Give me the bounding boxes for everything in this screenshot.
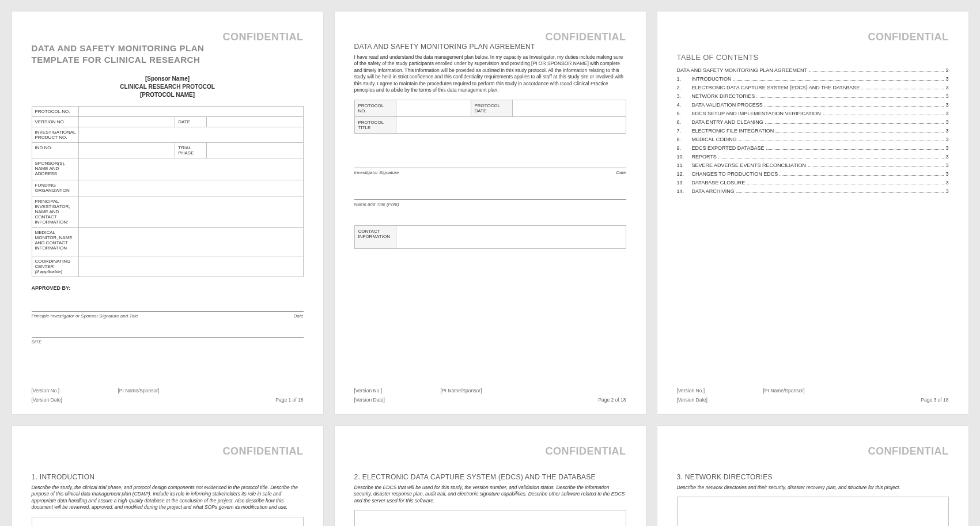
toc-row: 5.EDCS SETUP AND IMPLEMENTATION VERIFICA… xyxy=(677,111,949,116)
toc-row: 11.SEVERE ADVERSE EVENTS RECONCILIATION3 xyxy=(677,162,949,168)
label-contact: CONTACT INFORMATION xyxy=(354,225,396,248)
toc-row: 1.INTRODUCTION3 xyxy=(677,76,949,82)
signature-line-1 xyxy=(32,311,304,312)
toc-row: 7.ELECTRONIC FILE INTEGRATION3 xyxy=(677,128,949,134)
field-medical[interactable] xyxy=(79,228,303,256)
field-contact[interactable] xyxy=(396,225,626,248)
footer-page: Page 1 of 18 xyxy=(275,397,303,403)
confidential-watermark: CONFIDENTIAL xyxy=(223,445,304,457)
page-6: CONFIDENTIAL 3. NETWORK DIRECTORIES Desc… xyxy=(657,426,968,526)
header-block: [Sponsor Name] CLINICAL RESEARCH PROTOCO… xyxy=(32,75,304,98)
label-funding: FUNDING ORGANIZATION xyxy=(32,180,79,196)
document-title: DATA AND SAFETY MONITORING PLAN TEMPLATE… xyxy=(32,43,205,65)
protocol-form-table: PROTOCOL NO. VERSION NO.DATE INVESTIGATI… xyxy=(32,106,304,277)
toc-row: 2.ELECTRONIC DATA CAPTURE SYSTEM (EDCS) … xyxy=(677,85,949,90)
page-footer: [Version No.][PI Name/Sponsor] [Version … xyxy=(354,388,626,403)
label-sponsor: SPONSOR(S), NAME AND ADDRESS xyxy=(32,158,79,180)
toc-title: TABLE OF CONTENTS xyxy=(677,53,949,62)
label-inv-product: INVESTIGATIONAL PRODUCT NO. xyxy=(32,127,79,143)
label-medical: MEDICAL MONITOR, NAME AND CONTACT INFORM… xyxy=(32,228,79,256)
signature-caption-2: SITE xyxy=(32,339,304,345)
confidential-watermark: CONFIDENTIAL xyxy=(868,31,949,43)
label-coord: COORDINATING CENTER(if applicable) xyxy=(32,256,79,277)
label-trial-phase: TRIAL PHASE xyxy=(175,143,207,158)
confidential-watermark: CONFIDENTIAL xyxy=(546,445,626,457)
approved-by-label: APPROVED BY: xyxy=(32,285,304,291)
introduction-text: Describe the study, the clinical trial p… xyxy=(32,485,304,511)
investigator-sig-caption: Investigator SignatureDate xyxy=(354,170,626,175)
toc-row: 6.DATA ENTRY AND CLEANING3 xyxy=(677,119,949,125)
page-3: CONFIDENTIAL TABLE OF CONTENTS DATA AND … xyxy=(657,12,968,414)
field-protocol-no[interactable] xyxy=(79,107,303,117)
toc-row: 9.EDCS EXPORTED DATABASE3 xyxy=(677,145,949,151)
label-protocol-title: PROTOCOL TITLE xyxy=(354,116,396,133)
field-sponsor[interactable] xyxy=(79,158,303,180)
field-funding[interactable] xyxy=(79,180,303,196)
signature-line-2 xyxy=(32,337,304,338)
page-4: CONFIDENTIAL 1. INTRODUCTION Describe th… xyxy=(12,426,323,526)
toc-row: 13.DATABASE CLOSURE3 xyxy=(677,180,949,186)
field-protocol-title[interactable] xyxy=(396,116,626,133)
agreement-paragraph: I have read and understand the data mana… xyxy=(354,54,626,94)
label-protocol-no: PROTOCOL NO. xyxy=(32,107,79,117)
page-1: CONFIDENTIAL DATA AND SAFETY MONITORING … xyxy=(12,12,323,414)
field-protocol-date[interactable] xyxy=(512,100,626,116)
sponsor-name: [Sponsor Name] xyxy=(32,75,304,82)
contact-info-table: CONTACT INFORMATION xyxy=(354,225,626,249)
edcs-title: 2. ELECTRONIC DATA CAPTURE SYSTEM (EDCS)… xyxy=(354,473,626,481)
edcs-text: Describe the EDCS that will be used for … xyxy=(354,485,626,504)
page-footer: [Version No.][PI Name/Sponsor] [Version … xyxy=(32,388,304,403)
confidential-watermark: CONFIDENTIAL xyxy=(868,445,949,457)
toc-row: 8.MEDICAL CODING3 xyxy=(677,137,949,142)
protocol-name: [PROTOCOL NAME] xyxy=(32,92,304,98)
signature-caption-1: Principle Investigator or Sponsor Signat… xyxy=(32,313,304,319)
label-protocol-date: PROTOCOL DATE xyxy=(471,100,512,116)
footer-vdate: [Version Date] xyxy=(32,397,62,403)
name-title-caption: Name and Title (Print) xyxy=(354,202,626,207)
field-pi[interactable] xyxy=(79,196,303,228)
field-ind-no[interactable] xyxy=(79,143,175,158)
toc-row: 3.NETWORK DIRECTORIES3 xyxy=(677,93,949,99)
field-protocol-no-2[interactable] xyxy=(396,100,471,116)
field-version-no[interactable] xyxy=(79,117,175,127)
page-footer: [Version No.][PI Name/Sponsor] [Version … xyxy=(677,388,949,403)
introduction-input-box[interactable] xyxy=(32,517,304,526)
name-title-line xyxy=(354,199,626,200)
introduction-title: 1. INTRODUCTION xyxy=(32,473,304,481)
label-date: DATE xyxy=(175,117,207,127)
confidential-watermark: CONFIDENTIAL xyxy=(223,31,304,43)
network-input-box[interactable] xyxy=(677,497,949,526)
label-version-no: VERSION NO. xyxy=(32,117,79,127)
toc-row: 4.DATA VALIDATION PROCESS3 xyxy=(677,102,949,108)
toc-row: 14.DATA ARCHIVING3 xyxy=(677,188,949,194)
investigator-sig-line xyxy=(354,168,626,168)
edcs-input-box[interactable] xyxy=(354,510,626,526)
field-trial-phase[interactable] xyxy=(207,143,303,158)
network-title: 3. NETWORK DIRECTORIES xyxy=(677,473,949,481)
toc-row: 10.REPORTS3 xyxy=(677,154,949,160)
field-date[interactable] xyxy=(207,117,303,127)
field-inv-product[interactable] xyxy=(79,127,303,143)
network-text: Describe the network directories and the… xyxy=(677,485,949,491)
label-protocol-no-2: PROTOCOL NO. xyxy=(354,100,396,116)
footer-pi: [PI Name/Sponsor] xyxy=(118,388,160,393)
footer-version: [Version No.] xyxy=(32,388,118,393)
page-2: CONFIDENTIAL DATA AND SAFETY MONITORING … xyxy=(335,12,646,414)
toc-row: DATA AND SAFETY MONITORING PLAN AGREEMEN… xyxy=(677,67,949,73)
confidential-watermark: CONFIDENTIAL xyxy=(546,31,626,43)
field-coord[interactable] xyxy=(79,256,303,277)
table-of-contents: DATA AND SAFETY MONITORING PLAN AGREEMEN… xyxy=(677,67,949,194)
label-ind-no: IND NO. xyxy=(32,143,79,158)
agreement-title: DATA AND SAFETY MONITORING PLAN AGREEMEN… xyxy=(354,43,626,51)
protocol-label: CLINICAL RESEARCH PROTOCOL xyxy=(32,84,304,90)
protocol-info-table: PROTOCOL NO.PROTOCOL DATE PROTOCOL TITLE xyxy=(354,100,626,134)
toc-row: 12.CHANGES TO PRODUCTION EDCS3 xyxy=(677,171,949,177)
page-5: CONFIDENTIAL 2. ELECTRONIC DATA CAPTURE … xyxy=(335,426,646,526)
label-pi: PRINCIPAL INVESTIGATOR, NAME AND CONTACT… xyxy=(32,196,79,228)
